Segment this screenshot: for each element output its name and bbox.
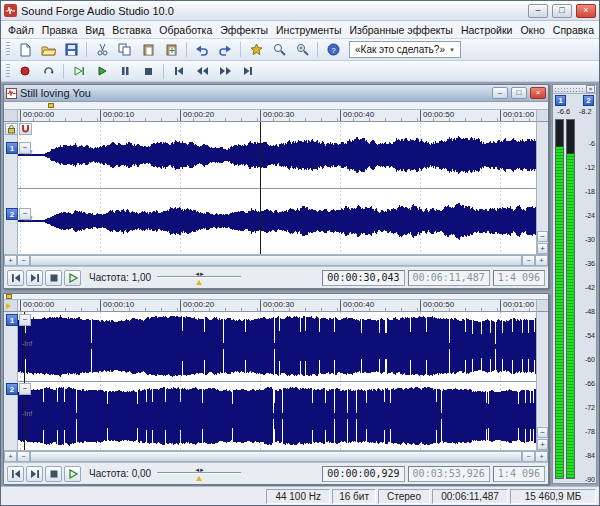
doc1-minimize-button[interactable]: –: [492, 87, 508, 99]
meter-channel2-button[interactable]: 2: [583, 95, 594, 106]
meters-grip[interactable]: ×: [553, 85, 596, 94]
scroll-track[interactable]: [30, 255, 522, 266]
doc1-overview-bar[interactable]: [4, 102, 548, 110]
doc1-time-ruler[interactable]: 00:00:0000:00:1000:00:2000:00:3000:00:40…: [18, 110, 536, 122]
doc2-go-to-start-button[interactable]: [7, 466, 24, 482]
toolbar-grip[interactable]: [6, 64, 10, 79]
doc1-stop-button[interactable]: [45, 270, 62, 286]
go-to-end-button[interactable]: [237, 62, 259, 81]
menu-item-help[interactable]: Справка: [549, 23, 598, 37]
doc2-channel1-minimize[interactable]: −: [19, 314, 31, 326]
doc2-go-to-end-button[interactable]: [26, 466, 43, 482]
play-all-button[interactable]: [68, 62, 90, 81]
doc1-channel2-minimize[interactable]: −: [19, 208, 31, 220]
scroll-thumb[interactable]: [30, 451, 522, 462]
doc2-total-time-display[interactable]: 00:03:53,926: [408, 466, 490, 482]
minimize-button[interactable]: –: [528, 4, 548, 18]
time-zoom-in-button[interactable]: +: [535, 255, 548, 266]
how-to-dropdown[interactable]: «Как это сделать?» ▼: [349, 41, 461, 58]
go-to-start-button[interactable]: [168, 62, 190, 81]
new-file-button[interactable]: [14, 40, 36, 59]
overview-position-marker[interactable]: [6, 294, 12, 299]
doc2-play-button[interactable]: [64, 466, 81, 482]
save-file-button[interactable]: [60, 40, 82, 59]
rewind-button[interactable]: [191, 62, 213, 81]
doc1-go-to-start-button[interactable]: [7, 270, 24, 286]
doc1-channel1-minimize[interactable]: −: [19, 142, 31, 154]
time-zoom-out-button[interactable]: −: [522, 451, 535, 462]
time-zoom-out-button[interactable]: −: [17, 255, 30, 266]
pause-button[interactable]: [114, 62, 136, 81]
lock-button[interactable]: [5, 123, 18, 135]
time-zoom-out-button[interactable]: −: [17, 451, 30, 462]
doc1-current-time-display[interactable]: 00:00:30,043: [322, 270, 404, 286]
help-button[interactable]: ?: [322, 40, 344, 59]
level-zoom-out-button[interactable]: −: [537, 427, 548, 438]
level-zoom-in-button[interactable]: +: [537, 439, 548, 450]
doc1-channel1-button[interactable]: 1: [6, 142, 18, 154]
menu-item-edit[interactable]: Правка: [38, 23, 81, 37]
menu-item-favorite-effects[interactable]: Избранные эффекты: [346, 23, 457, 37]
mix-paste-button[interactable]: [160, 40, 182, 59]
level-zoom-out-button[interactable]: −: [537, 231, 548, 242]
maximize-button[interactable]: □: [552, 4, 572, 18]
time-zoom-in-button[interactable]: +: [4, 255, 17, 266]
special-fx-button[interactable]: [245, 40, 267, 59]
menu-item-tools[interactable]: Инструменты: [272, 23, 345, 37]
slider-thumb[interactable]: ◄►: [194, 271, 204, 277]
record-button[interactable]: [14, 62, 36, 81]
doc2-time-ruler[interactable]: 00:00:0000:00:1000:00:2000:00:3000:00:40…: [18, 300, 536, 312]
doc1-title-bar[interactable]: Still loving You – □ ×: [4, 85, 548, 102]
doc1-go-to-end-button[interactable]: [26, 270, 43, 286]
overview-position-marker[interactable]: [48, 103, 54, 108]
cut-button[interactable]: [91, 40, 113, 59]
loop-playback-button[interactable]: [37, 62, 59, 81]
copy-button[interactable]: [114, 40, 136, 59]
time-zoom-out-button[interactable]: −: [522, 255, 535, 266]
redo-button[interactable]: [214, 40, 236, 59]
paste-button[interactable]: [137, 40, 159, 59]
doc2-channel2-minimize[interactable]: −: [19, 383, 31, 395]
doc1-total-time-display[interactable]: 00:06:11,487: [408, 270, 490, 286]
menu-item-file[interactable]: Файл: [4, 23, 38, 37]
toolbar-grip[interactable]: [6, 42, 10, 57]
doc1-waveform[interactable]: [18, 122, 536, 254]
doc1-zoom-ratio-display[interactable]: 1:4 096: [493, 270, 545, 286]
menu-item-effects[interactable]: Эффекты: [216, 23, 272, 37]
time-zoom-in-button[interactable]: +: [4, 451, 17, 462]
doc2-channel1-button[interactable]: 1: [6, 314, 18, 326]
stop-button[interactable]: [137, 62, 159, 81]
doc1-rate-slider[interactable]: ◄►: [157, 270, 241, 286]
zoom-tool-button[interactable]: [291, 40, 313, 59]
doc1-channel2-button[interactable]: 2: [6, 208, 18, 220]
time-zoom-in-button[interactable]: +: [535, 451, 548, 462]
doc2-rate-slider[interactable]: ◄►: [157, 466, 241, 482]
open-file-button[interactable]: [37, 40, 59, 59]
level-zoom-in-button[interactable]: +: [537, 243, 548, 254]
play-button[interactable]: [91, 62, 113, 81]
doc1-restore-button[interactable]: □: [511, 87, 527, 99]
slider-thumb[interactable]: ◄►: [194, 467, 204, 473]
doc1-play-button[interactable]: [64, 270, 81, 286]
close-button[interactable]: ×: [576, 4, 596, 18]
meters-close-button[interactable]: ×: [586, 85, 595, 93]
menu-item-process[interactable]: Обработка: [155, 23, 216, 37]
scroll-thumb[interactable]: [30, 255, 522, 266]
doc2-stop-button[interactable]: [45, 466, 62, 482]
menu-item-window[interactable]: Окно: [516, 23, 548, 37]
undo-button[interactable]: [191, 40, 213, 59]
magnify-button[interactable]: [268, 40, 290, 59]
menu-item-options[interactable]: Настройки: [457, 23, 517, 37]
menu-item-view[interactable]: Вид: [81, 23, 108, 37]
doc1-close-button[interactable]: ×: [530, 87, 546, 99]
scroll-track[interactable]: [30, 451, 522, 462]
doc2-zoom-ratio-display[interactable]: 1:4 096: [493, 466, 545, 482]
doc2-current-time-display[interactable]: 00:00:00,929: [322, 466, 404, 482]
menu-item-insert[interactable]: Вставка: [108, 23, 155, 37]
forward-button[interactable]: [214, 62, 236, 81]
title-bar[interactable]: Sound Forge Audio Studio 10.0 – □ ×: [1, 1, 599, 21]
doc2-channel2-button[interactable]: 2: [6, 383, 18, 395]
snap-button[interactable]: [19, 123, 32, 135]
doc2-waveform[interactable]: [18, 312, 536, 450]
meter-channel1-button[interactable]: 1: [555, 95, 566, 106]
